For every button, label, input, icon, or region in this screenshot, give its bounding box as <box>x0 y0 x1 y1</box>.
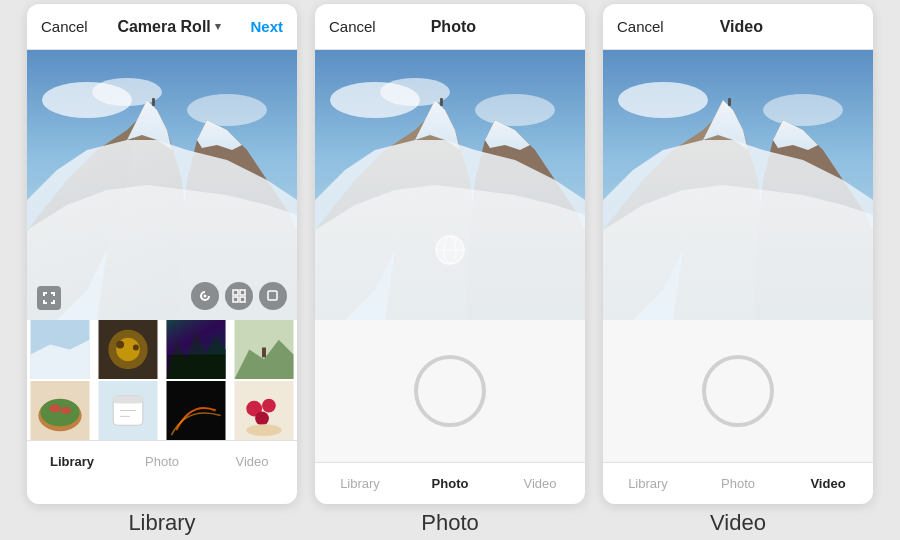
library-chevron-icon: ▾ <box>215 20 221 33</box>
photo-cancel-button[interactable]: Cancel <box>329 18 376 35</box>
video-tabs: Library Photo Video <box>603 462 873 504</box>
library-panel: Cancel Camera Roll ▾ Next <box>27 4 297 504</box>
video-header: Cancel Video <box>603 4 873 50</box>
thumbnail-grid <box>27 320 297 440</box>
photo-header: Cancel Photo <box>315 4 585 50</box>
svg-rect-17 <box>268 291 277 300</box>
photo-panel-wrapper: Cancel Photo <box>315 4 585 536</box>
boomerang-icon[interactable] <box>191 282 219 310</box>
photo-label: Photo <box>421 510 479 536</box>
crop-icon[interactable] <box>259 282 287 310</box>
photo-title-text: Photo <box>431 18 476 36</box>
svg-point-23 <box>116 341 124 349</box>
library-title: Camera Roll ▾ <box>117 18 220 36</box>
expand-icon[interactable] <box>37 286 61 310</box>
svg-point-50 <box>475 94 555 126</box>
svg-rect-30 <box>262 348 266 358</box>
svg-rect-15 <box>233 297 238 302</box>
video-camera-placeholder <box>603 320 873 462</box>
photo-camera-placeholder <box>315 320 585 462</box>
video-panel-wrapper: Cancel Video <box>603 4 873 536</box>
video-tab-library[interactable]: Library <box>603 463 693 504</box>
tab-photo[interactable]: Photo <box>117 441 207 482</box>
video-label: Video <box>710 510 766 536</box>
svg-point-3 <box>187 94 267 126</box>
svg-point-49 <box>380 78 450 106</box>
video-main-image <box>603 50 873 320</box>
svg-rect-38 <box>113 396 143 404</box>
svg-rect-72 <box>728 98 731 106</box>
photo-tab-photo[interactable]: Photo <box>405 463 495 504</box>
svg-point-46 <box>246 424 281 436</box>
library-tabs: Library Photo Video <box>27 440 297 482</box>
video-panel: Cancel Video <box>603 4 873 504</box>
svg-rect-16 <box>240 297 245 302</box>
photo-tab-video[interactable]: Video <box>495 463 585 504</box>
video-title: Video <box>720 18 763 36</box>
svg-point-12 <box>204 295 207 298</box>
video-tab-photo[interactable]: Photo <box>693 463 783 504</box>
library-title-text: Camera Roll <box>117 18 210 36</box>
photo-title: Photo <box>431 18 476 36</box>
svg-point-35 <box>61 407 71 414</box>
svg-rect-13 <box>233 290 238 295</box>
svg-point-64 <box>763 94 843 126</box>
thumbnail-7[interactable] <box>163 381 229 440</box>
svg-point-34 <box>49 405 61 413</box>
svg-point-33 <box>40 399 79 427</box>
thumbnail-3[interactable] <box>163 320 229 379</box>
tab-video[interactable]: Video <box>207 441 297 482</box>
tab-library[interactable]: Library <box>27 441 117 482</box>
camera-shutter-icon[interactable] <box>414 355 486 427</box>
library-label: Library <box>128 510 195 536</box>
svg-rect-27 <box>167 320 226 354</box>
thumbnail-5[interactable] <box>27 381 93 440</box>
svg-point-63 <box>618 82 708 118</box>
thumbnail-6[interactable] <box>95 381 161 440</box>
photo-panel: Cancel Photo <box>315 4 585 504</box>
thumbnail-4[interactable] <box>231 320 297 379</box>
thumbnail-1[interactable] <box>27 320 93 379</box>
video-title-text: Video <box>720 18 763 36</box>
library-panel-wrapper: Cancel Camera Roll ▾ Next <box>27 4 297 536</box>
image-overlay-icons <box>191 282 287 310</box>
video-tab-video[interactable]: Video <box>783 463 873 504</box>
library-cancel-button[interactable]: Cancel <box>41 18 88 35</box>
library-main-image <box>27 50 297 320</box>
svg-point-2 <box>92 78 162 106</box>
photo-main-image <box>315 50 585 320</box>
thumbnail-2[interactable] <box>95 320 161 379</box>
photo-tabs: Library Photo Video <box>315 462 585 504</box>
video-shutter-icon[interactable] <box>702 355 774 427</box>
svg-rect-14 <box>240 290 245 295</box>
svg-rect-58 <box>440 98 443 106</box>
svg-point-45 <box>255 411 269 425</box>
svg-point-24 <box>133 345 139 351</box>
svg-point-44 <box>262 399 276 413</box>
library-next-button[interactable]: Next <box>250 18 283 35</box>
photo-tab-library[interactable]: Library <box>315 463 405 504</box>
video-cancel-button[interactable]: Cancel <box>617 18 664 35</box>
svg-marker-71 <box>603 185 873 320</box>
thumbnail-8[interactable] <box>231 381 297 440</box>
layout-icon[interactable] <box>225 282 253 310</box>
library-header: Cancel Camera Roll ▾ Next <box>27 4 297 50</box>
svg-rect-11 <box>152 98 155 106</box>
